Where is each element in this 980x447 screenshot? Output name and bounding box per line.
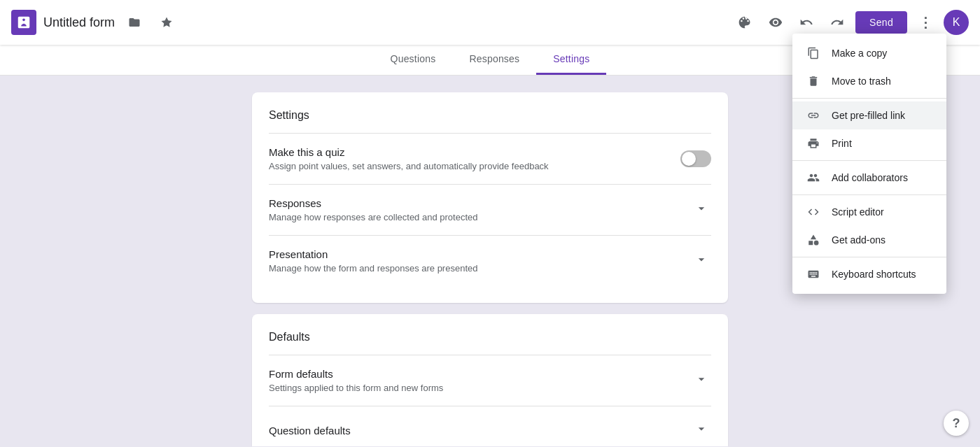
- menu-item-keyboard-shortcuts[interactable]: Keyboard shortcuts: [792, 260, 946, 288]
- defaults-card: Defaults Form defaults Settings applied …: [252, 314, 728, 446]
- form-title: Untitled form: [43, 15, 115, 30]
- form-defaults-row-header: Form defaults Settings applied to this f…: [269, 368, 711, 393]
- quiz-toggle[interactable]: [680, 150, 711, 167]
- responses-row[interactable]: Responses Manage how responses are colle…: [269, 185, 711, 236]
- menu-item-add-collaborators[interactable]: Add collaborators: [792, 164, 946, 192]
- defaults-card-title: Defaults: [269, 331, 711, 343]
- menu-divider-4: [792, 257, 946, 257]
- presentation-row-subtitle: Manage how the form and responses are pr…: [269, 263, 477, 274]
- undo-button[interactable]: [794, 10, 819, 35]
- form-defaults-expand-button[interactable]: [692, 369, 711, 392]
- header-left: Untitled form: [11, 10, 732, 35]
- presentation-row-text: Presentation Manage how the form and res…: [269, 248, 477, 274]
- print-label: Print: [832, 138, 852, 149]
- tab-questions[interactable]: Questions: [374, 45, 453, 75]
- responses-row-subtitle: Manage how responses are collected and p…: [269, 212, 477, 222]
- tab-settings[interactable]: Settings: [536, 45, 606, 75]
- quiz-row: Make this a quiz Assign point values, se…: [269, 134, 711, 185]
- redo-icon: [830, 15, 844, 29]
- quiz-row-text: Make this a quiz Assign point values, se…: [269, 146, 549, 171]
- form-defaults-row-text: Form defaults Settings applied to this f…: [269, 368, 443, 393]
- palette-icon: [738, 15, 752, 29]
- toggle-thumb: [682, 152, 696, 166]
- move-to-folder-button[interactable]: [122, 10, 147, 35]
- make-copy-label: Make a copy: [832, 48, 887, 59]
- trash-icon: [806, 74, 820, 88]
- move-to-trash-label: Move to trash: [832, 76, 891, 87]
- keyboard-icon: [806, 267, 820, 281]
- presentation-row-header: Presentation Manage how the form and res…: [269, 248, 711, 274]
- avatar: K: [944, 10, 969, 35]
- code-icon: [806, 205, 820, 219]
- preview-button[interactable]: [763, 10, 788, 35]
- redo-button[interactable]: [825, 10, 850, 35]
- form-defaults-subtitle: Settings applied to this form and new fo…: [269, 383, 443, 393]
- addon-icon: [806, 233, 820, 247]
- question-defaults-title: Question defaults: [269, 425, 351, 437]
- add-collaborators-label: Add collaborators: [832, 172, 908, 183]
- link-icon: [806, 108, 820, 122]
- question-defaults-expand-button[interactable]: [692, 419, 711, 442]
- folder-icon: [128, 16, 141, 29]
- dropdown-menu: Make a copy Move to trash Get pre-filled…: [792, 34, 946, 294]
- quiz-row-subtitle: Assign point values, set answers, and au…: [269, 161, 549, 171]
- prefilled-link-label: Get pre-filled link: [832, 110, 905, 121]
- quiz-row-title: Make this a quiz: [269, 146, 549, 158]
- chevron-down-icon-3: [694, 372, 708, 386]
- toggle-track: [680, 150, 711, 167]
- app-icon: [11, 10, 36, 35]
- form-defaults-row[interactable]: Form defaults Settings applied to this f…: [269, 355, 711, 406]
- script-editor-label: Script editor: [832, 206, 884, 218]
- tab-responses[interactable]: Responses: [452, 45, 536, 75]
- question-defaults-row-text: Question defaults: [269, 425, 351, 437]
- menu-item-make-copy[interactable]: Make a copy: [792, 39, 946, 67]
- undo-icon: [799, 15, 813, 29]
- menu-divider-2: [792, 160, 946, 161]
- presentation-row[interactable]: Presentation Manage how the form and res…: [269, 236, 711, 286]
- responses-row-header: Responses Manage how responses are colle…: [269, 197, 711, 222]
- responses-expand-button[interactable]: [692, 199, 711, 222]
- settings-card-title: Settings: [269, 109, 711, 122]
- quiz-row-header: Make this a quiz Assign point values, se…: [269, 146, 711, 171]
- question-defaults-row-header: Question defaults: [269, 419, 711, 442]
- forms-icon: [16, 15, 31, 30]
- menu-divider-1: [792, 98, 946, 99]
- presentation-row-title: Presentation: [269, 248, 477, 260]
- more-options-button[interactable]: ⋮: [913, 10, 938, 35]
- chevron-down-icon-4: [694, 422, 708, 436]
- presentation-expand-button[interactable]: [692, 250, 711, 273]
- menu-item-move-to-trash[interactable]: Move to trash: [792, 67, 946, 95]
- copy-icon: [806, 46, 820, 60]
- help-button[interactable]: ?: [944, 411, 969, 436]
- print-icon: [806, 136, 820, 150]
- send-button[interactable]: Send: [855, 11, 907, 34]
- palette-button[interactable]: [732, 10, 757, 35]
- keyboard-shortcuts-label: Keyboard shortcuts: [832, 269, 916, 280]
- people-icon: [806, 171, 820, 185]
- star-button[interactable]: [154, 10, 179, 35]
- form-defaults-title: Form defaults: [269, 368, 443, 380]
- responses-row-title: Responses: [269, 197, 477, 209]
- menu-divider-3: [792, 194, 946, 195]
- chevron-down-icon: [694, 201, 708, 215]
- get-add-ons-label: Get add-ons: [832, 234, 886, 246]
- menu-item-prefilled-link[interactable]: Get pre-filled link: [792, 101, 946, 129]
- eye-icon: [769, 15, 783, 29]
- chevron-down-icon-2: [694, 253, 708, 267]
- menu-item-print[interactable]: Print: [792, 129, 946, 157]
- star-icon: [160, 16, 173, 29]
- header-right: Send ⋮ K: [732, 10, 969, 35]
- responses-row-text: Responses Manage how responses are colle…: [269, 197, 477, 222]
- menu-item-script-editor[interactable]: Script editor: [792, 198, 946, 226]
- menu-item-get-add-ons[interactable]: Get add-ons: [792, 226, 946, 254]
- question-defaults-row[interactable]: Question defaults: [269, 406, 711, 446]
- settings-card: Settings Make this a quiz Assign point v…: [252, 92, 728, 303]
